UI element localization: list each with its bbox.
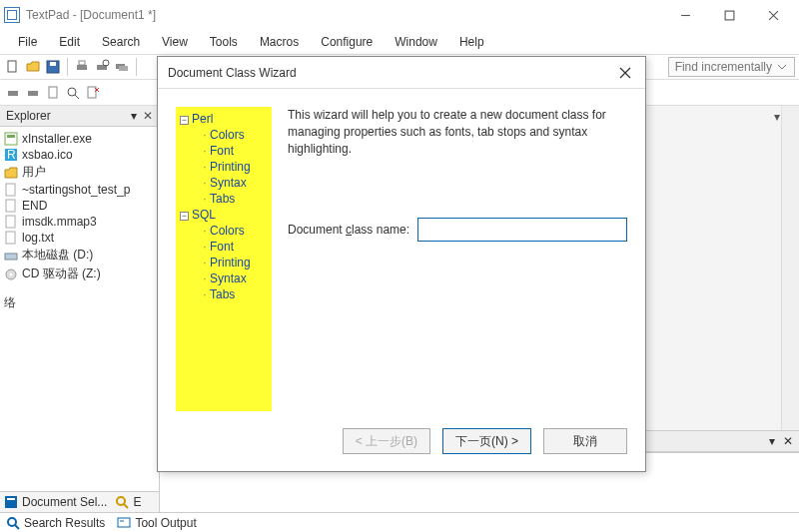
printer-icon[interactable] — [4, 84, 22, 102]
explorer-tree[interactable]: xInstaller.exe Rxsbao.ico 用户 ~startingsh… — [0, 127, 159, 491]
tree-label: Font — [210, 240, 234, 254]
bottom-tabstrip: Search Results Tool Output — [0, 512, 799, 532]
tree-child[interactable]: ·Tabs — [178, 191, 270, 207]
tab-search-results[interactable]: Search Results — [6, 516, 105, 530]
menu-help[interactable]: Help — [449, 32, 494, 52]
file-item[interactable]: ~startingshot_test_p — [2, 182, 157, 198]
svg-rect-21 — [5, 133, 17, 145]
tree-label: Printing — [210, 256, 251, 269]
menubar: File Edit Search View Tools Macros Confi… — [0, 30, 799, 54]
cancel-button[interactable]: 取消 — [543, 428, 627, 454]
tree-child[interactable]: ·Printing — [178, 159, 270, 175]
tree-label: Tabs — [210, 192, 235, 206]
svg-rect-26 — [6, 200, 15, 212]
tree-child[interactable]: ·Font — [178, 143, 270, 159]
window-title: TextPad - [Document1 *] — [26, 8, 156, 22]
window-minimize-button[interactable] — [663, 1, 707, 29]
menu-configure[interactable]: Configure — [311, 32, 383, 52]
svg-rect-14 — [28, 91, 38, 96]
search-tab-icon — [115, 495, 129, 509]
file-label: xInstaller.exe — [22, 132, 92, 146]
print-preview-icon[interactable] — [93, 58, 111, 76]
new-file-icon[interactable] — [4, 58, 22, 76]
ico-icon: R — [4, 148, 18, 162]
drive-item[interactable]: 本地磁盘 (D:) — [2, 246, 157, 265]
class-name-label: Document class name: — [288, 223, 409, 237]
svg-line-37 — [15, 525, 19, 529]
tree-label: Syntax — [210, 271, 247, 285]
print-all-icon[interactable] — [113, 58, 131, 76]
magnify-icon[interactable] — [64, 84, 82, 102]
menu-macros[interactable]: Macros — [250, 32, 309, 52]
cd-icon — [4, 267, 18, 281]
network-item[interactable]: 络 — [2, 293, 157, 312]
file-item[interactable]: xInstaller.exe — [2, 131, 157, 147]
class-tree[interactable]: −Perl ·Colors ·Font ·Printing ·Syntax ·T… — [176, 107, 272, 411]
svg-rect-13 — [8, 91, 18, 96]
save-icon[interactable] — [44, 58, 62, 76]
dialog-close-button[interactable] — [615, 63, 635, 83]
exe-icon — [4, 132, 18, 146]
tree-child[interactable]: ·Font — [178, 239, 270, 255]
file-label: 本地磁盘 (D:) — [22, 247, 93, 264]
file-item[interactable]: imsdk.mmap3 — [2, 214, 157, 230]
window-close-button[interactable] — [751, 1, 795, 29]
tree-node-perl[interactable]: −Perl — [178, 111, 270, 127]
tab-tool-output[interactable]: Tool Output — [117, 516, 196, 530]
folder-item[interactable]: 用户 — [2, 163, 157, 182]
panel-close-icon[interactable]: ✕ — [143, 109, 153, 123]
file-item[interactable]: Rxsbao.ico — [2, 147, 157, 163]
svg-rect-22 — [7, 135, 15, 138]
svg-rect-1 — [725, 11, 734, 20]
sr-close-icon[interactable]: ✕ — [783, 434, 793, 448]
open-file-icon[interactable] — [24, 58, 42, 76]
svg-rect-18 — [88, 87, 96, 98]
tree-child[interactable]: ·Colors — [178, 223, 270, 239]
document-selector-tab[interactable]: Document Sel... E — [0, 491, 159, 512]
print-icon[interactable] — [73, 58, 91, 76]
tree-child[interactable]: ·Colors — [178, 127, 270, 143]
svg-rect-15 — [49, 87, 57, 98]
svg-rect-25 — [6, 184, 15, 196]
svg-point-34 — [117, 497, 125, 505]
file-label: imsdk.mmap3 — [22, 215, 97, 229]
next-button[interactable]: 下一页(N) > — [442, 428, 531, 454]
menu-window[interactable]: Window — [385, 32, 447, 52]
class-name-input[interactable] — [417, 218, 627, 242]
editor-scrollbar[interactable] — [781, 106, 799, 430]
menu-view[interactable]: View — [152, 32, 198, 52]
collapse-icon[interactable]: − — [180, 116, 189, 125]
sr-pin-icon[interactable]: ▾ — [769, 434, 775, 448]
tree-node-sql[interactable]: −SQL — [178, 207, 270, 223]
drive-item[interactable]: CD 驱动器 (Z:) — [2, 265, 157, 283]
tree-child[interactable]: ·Printing — [178, 255, 270, 270]
panel-pin-icon[interactable]: ▾ — [131, 109, 137, 123]
window-maximize-button[interactable] — [707, 1, 751, 29]
tab-label: Tool Output — [135, 516, 196, 530]
svg-rect-8 — [79, 61, 85, 65]
docsel-label: Document Sel... — [22, 495, 107, 509]
menu-file[interactable]: File — [8, 32, 47, 52]
tree-child[interactable]: ·Syntax — [178, 270, 270, 286]
menu-edit[interactable]: Edit — [49, 32, 90, 52]
printer2-icon[interactable] — [24, 84, 42, 102]
tree-child[interactable]: ·Tabs — [178, 286, 270, 302]
menu-search[interactable]: Search — [92, 32, 150, 52]
page-icon[interactable] — [44, 84, 62, 102]
back-button: < 上一步(B) — [343, 428, 430, 454]
file-item[interactable]: log.txt — [2, 230, 157, 246]
svg-rect-32 — [5, 496, 17, 508]
explorer-title: Explorer — [6, 109, 51, 123]
tree-label: Font — [210, 144, 234, 158]
svg-text:R: R — [7, 148, 16, 162]
svg-line-17 — [75, 95, 79, 99]
tree-child[interactable]: ·Syntax — [178, 175, 270, 191]
find-incrementally-box[interactable]: Find incrementally — [668, 57, 795, 77]
svg-rect-6 — [50, 62, 56, 66]
drive-icon — [4, 249, 18, 263]
svg-rect-7 — [77, 65, 87, 70]
close-page-icon[interactable] — [84, 84, 102, 102]
file-item[interactable]: END — [2, 198, 157, 214]
collapse-icon[interactable]: − — [180, 212, 189, 221]
menu-tools[interactable]: Tools — [200, 32, 248, 52]
